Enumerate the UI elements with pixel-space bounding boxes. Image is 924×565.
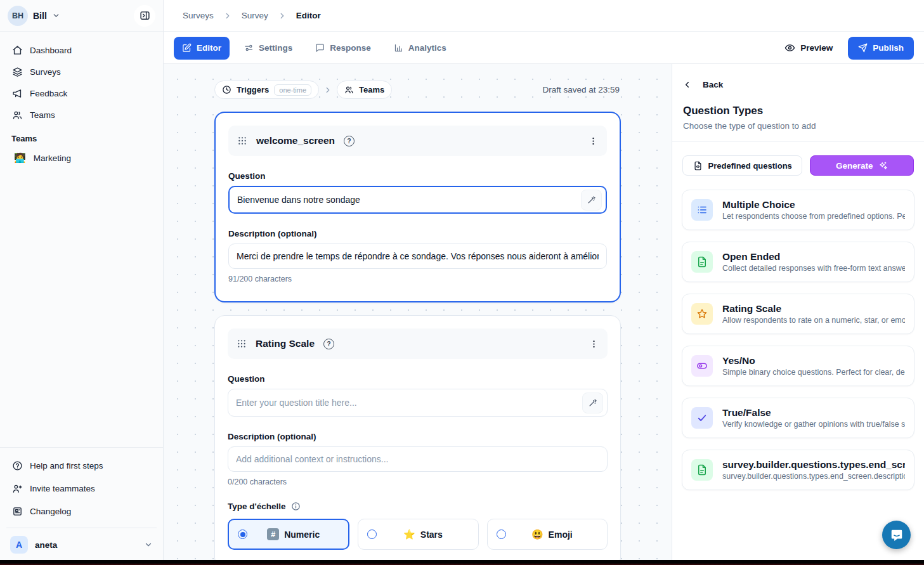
description-input[interactable] — [237, 251, 599, 261]
chevron-right-icon — [223, 11, 232, 20]
kebab-menu-icon[interactable] — [589, 136, 598, 146]
welcome-screen-card[interactable]: welcome_screen ? Question Description (o… — [214, 112, 621, 302]
question-type-description: Simple binary choice questions. Perfect … — [722, 368, 905, 377]
chevron-right-icon — [323, 86, 332, 94]
file-icon — [693, 161, 703, 171]
sidebar-item-dashboard[interactable]: Dashboard — [6, 39, 157, 61]
card-title: Rating Scale — [256, 338, 315, 349]
tab-label: Editor — [197, 43, 221, 53]
question-type-description: survey.builder.questions.types.end_scree… — [722, 472, 905, 481]
scale-option-label: Emoji — [549, 529, 573, 540]
magic-wand-button[interactable] — [581, 190, 602, 211]
triggers-chip[interactable]: Triggers one-time — [214, 81, 319, 99]
tab-response[interactable]: Response — [307, 37, 379, 60]
collapse-sidebar-button[interactable] — [134, 5, 155, 27]
sidebar-item-invite[interactable]: Invite teammates — [6, 477, 157, 500]
generate-button[interactable]: Generate — [810, 155, 914, 176]
description-input[interactable] — [236, 454, 599, 464]
question-type-name: Yes/No — [722, 355, 905, 367]
question-input[interactable] — [237, 195, 576, 205]
question-input-wrapper — [228, 186, 607, 214]
char-count: 91/200 characters — [228, 275, 607, 283]
question-type-name: Multiple Choice — [722, 199, 905, 211]
teams-chip[interactable]: Teams — [337, 81, 392, 99]
bar-chart-icon — [394, 43, 403, 53]
question-input[interactable] — [236, 398, 577, 408]
breadcrumb-editor: Editor — [296, 11, 321, 20]
layers-icon — [12, 67, 23, 77]
publish-button[interactable]: Publish — [848, 37, 914, 60]
breadcrumb-survey[interactable]: Survey — [242, 11, 268, 20]
preview-button[interactable]: Preview — [784, 42, 833, 53]
tab-editor[interactable]: Editor — [174, 37, 230, 60]
trigger-type-badge: one-time — [274, 84, 311, 96]
editor-toolbar: Editor Settings Response Analytics Previ… — [164, 32, 924, 64]
chat-launcher-button[interactable] — [882, 521, 911, 549]
predefined-questions-label: Predefined questions — [708, 161, 792, 171]
clock-icon — [222, 85, 231, 94]
magic-wand-button[interactable] — [582, 393, 603, 413]
sidebar-footer: Help and first steps Invite teammates Ch… — [0, 447, 163, 523]
radio-icon — [497, 529, 506, 539]
document-icon — [691, 251, 713, 273]
question-type-name: True/False — [722, 407, 905, 419]
scale-option-stars[interactable]: ⭐ Stars — [358, 519, 478, 550]
breadcrumb: Surveys Survey Editor — [164, 0, 924, 32]
drag-handle-icon[interactable] — [237, 339, 247, 349]
teams-section-label: Teams — [0, 126, 163, 147]
sidebar-item-changelog[interactable]: Changelog — [6, 500, 157, 523]
workspace-name: Bill — [33, 11, 47, 21]
sidebar-team-marketing[interactable]: 🧑‍💻 Marketing — [6, 147, 157, 169]
workspace-switcher[interactable]: BH Bill — [0, 0, 163, 32]
sidebar-item-label: Feedback — [30, 89, 67, 98]
question-type-multiple-choice[interactable]: Multiple Choice Let respondents choose f… — [682, 190, 914, 230]
info-icon[interactable] — [291, 502, 301, 511]
predefined-questions-button[interactable]: Predefined questions — [682, 155, 802, 176]
kebab-menu-icon[interactable] — [589, 339, 599, 349]
sidebar-nav: Dashboard Surveys Feedback Teams — [0, 32, 163, 126]
char-count: 0/200 characters — [228, 477, 608, 486]
sidebar-item-surveys[interactable]: Surveys — [6, 61, 157, 82]
toggle-icon — [691, 355, 713, 377]
sidebar-item-label: Dashboard — [30, 46, 72, 55]
publish-label: Publish — [873, 43, 904, 53]
panel-title: Question Types — [672, 89, 924, 117]
rating-scale-card[interactable]: Rating Scale ? Question Description (opt… — [214, 315, 621, 565]
question-type-open-ended[interactable]: Open Ended Collect detailed responses wi… — [682, 242, 914, 282]
card-header: welcome_screen ? — [228, 126, 607, 156]
description-input-wrapper — [228, 244, 607, 269]
question-type-end-screen[interactable]: survey.builder.questions.types.end_scr..… — [682, 450, 914, 490]
question-type-name: survey.builder.questions.types.end_scr..… — [722, 459, 905, 471]
question-type-description: Let respondents choose from predefined o… — [722, 212, 905, 221]
sidebar-item-teams[interactable]: Teams — [6, 104, 157, 126]
users-icon — [344, 85, 354, 94]
question-type-rating-scale[interactable]: Rating Scale Allow respondents to rate o… — [682, 294, 914, 334]
user-plus-icon — [12, 483, 23, 494]
help-icon[interactable]: ? — [344, 136, 355, 146]
tab-settings[interactable]: Settings — [236, 37, 301, 60]
question-type-name: Open Ended — [722, 251, 905, 263]
chevron-down-icon — [52, 11, 60, 20]
description-input-wrapper — [228, 446, 608, 472]
scale-option-emoji[interactable]: 😃 Emoji — [487, 519, 608, 550]
team-name: Marketing — [34, 153, 71, 163]
drag-handle-icon[interactable] — [237, 136, 247, 146]
help-icon[interactable]: ? — [323, 339, 334, 349]
team-emoji: 🧑‍💻 — [14, 152, 26, 164]
sidebar-item-help[interactable]: Help and first steps — [6, 454, 157, 477]
description-label: Description (optional) — [228, 432, 608, 441]
sidebar-item-feedback[interactable]: Feedback — [6, 82, 157, 104]
help-circle-icon — [12, 460, 23, 471]
breadcrumb-surveys[interactable]: Surveys — [183, 11, 214, 20]
newspaper-icon — [12, 506, 23, 517]
sidebar-item-label: Teams — [30, 110, 55, 120]
chevron-down-icon — [144, 540, 153, 549]
chat-bubble-icon — [315, 43, 325, 53]
tab-analytics[interactable]: Analytics — [386, 37, 455, 60]
question-type-true-false[interactable]: True/False Verify knowledge or gather op… — [682, 398, 914, 438]
back-button[interactable]: Back — [672, 64, 924, 89]
scale-option-numeric[interactable]: # Numeric — [228, 519, 349, 550]
generate-label: Generate — [836, 161, 873, 171]
card-title: welcome_screen — [256, 135, 335, 146]
question-type-yes-no[interactable]: Yes/No Simple binary choice questions. P… — [682, 346, 914, 386]
